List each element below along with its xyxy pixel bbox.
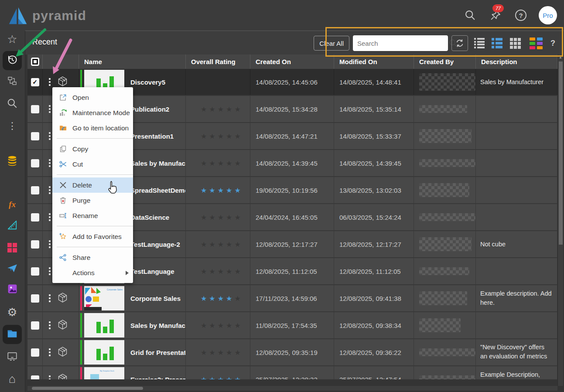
row-menu-icon[interactable] bbox=[49, 132, 51, 140]
header-description[interactable]: Description bbox=[476, 55, 557, 69]
rating-cell[interactable] bbox=[186, 69, 250, 95]
vertical-scrollbar-thumb[interactable] bbox=[559, 61, 563, 245]
row-checkbox[interactable] bbox=[27, 312, 43, 338]
rating-cell[interactable]: ★★★★★ bbox=[186, 285, 250, 311]
sidebar-item-image[interactable] bbox=[3, 280, 22, 299]
vertical-scrollbar[interactable]: ▲ bbox=[557, 55, 563, 386]
row-checkbox[interactable] bbox=[27, 123, 43, 149]
row-checkbox[interactable] bbox=[27, 285, 43, 311]
menu-item-open[interactable]: Open bbox=[52, 90, 133, 105]
menu-item-go-to-item-location[interactable]: Go to item location bbox=[52, 120, 133, 136]
row-checkbox[interactable] bbox=[27, 339, 43, 365]
row-menu-icon[interactable] bbox=[49, 159, 51, 167]
row-menu-icon[interactable] bbox=[49, 375, 51, 379]
row-menu-icon[interactable] bbox=[49, 213, 51, 221]
rating-cell[interactable]: ★★★★★ bbox=[186, 339, 250, 365]
sidebar-item-search[interactable] bbox=[3, 95, 22, 114]
sidebar-item-kebab[interactable]: ⋮ bbox=[3, 116, 22, 136]
view-details-icon[interactable] bbox=[492, 38, 503, 48]
sidebar-item-database[interactable] bbox=[3, 152, 22, 171]
menu-item-purge[interactable]: Purge bbox=[52, 193, 133, 208]
header-modified-on[interactable]: Modified On bbox=[334, 55, 414, 69]
row-menu-icon[interactable] bbox=[49, 294, 51, 302]
header-overall-rating[interactable]: Overall Rating bbox=[186, 55, 250, 69]
header-created-by[interactable]: Created By bbox=[414, 55, 476, 69]
sidebar-item-history[interactable] bbox=[3, 51, 22, 70]
menu-item-actions[interactable]: Actions bbox=[52, 265, 133, 280]
rating-cell[interactable]: ★★★★★ bbox=[186, 96, 250, 122]
row-checkbox[interactable] bbox=[27, 150, 43, 176]
menu-item-delete[interactable]: Delete bbox=[52, 177, 133, 193]
table-row[interactable]: My Template Deck Exercise2: Present Pro … bbox=[27, 366, 557, 379]
name-cell[interactable]: Sales by Manufacturer bbox=[79, 312, 186, 338]
rating-cell[interactable]: ★★★★★ bbox=[186, 258, 250, 284]
horizontal-scrollbar-thumb[interactable] bbox=[32, 387, 143, 390]
name-cell[interactable]: Grid for Presentation bbox=[79, 339, 186, 365]
row-menu-icon[interactable] bbox=[49, 78, 51, 86]
rating-cell[interactable]: ★★★★★ bbox=[186, 231, 250, 257]
toolbar-help-icon[interactable]: ? bbox=[550, 39, 555, 48]
name-cell[interactable]: My Template Deck Exercise2: Present Pro bbox=[79, 366, 186, 379]
view-grid-icon[interactable] bbox=[510, 38, 521, 49]
clear-all-button[interactable]: Clear All bbox=[314, 36, 349, 51]
table-row[interactable]: Corporate Sales Corporate Sales ★★★★★ 17… bbox=[27, 285, 557, 312]
row-checkbox[interactable] bbox=[27, 258, 43, 284]
table-row[interactable]: Sales by Manufacturer ★★★★★ 11/08/2025, … bbox=[27, 312, 557, 339]
menu-item-share[interactable]: Share bbox=[52, 250, 133, 265]
select-all-checkbox[interactable] bbox=[27, 55, 43, 69]
name-cell[interactable]: Corporate Sales Corporate Sales bbox=[79, 285, 186, 311]
menu-item-add-to-favorites[interactable]: Add to Favorites bbox=[52, 229, 133, 244]
row-checkbox[interactable]: ✓ bbox=[27, 69, 43, 95]
sidebar-item-star[interactable]: ☆ bbox=[3, 30, 22, 49]
sidebar-item-content-folder[interactable] bbox=[3, 325, 22, 344]
rating-cell[interactable]: ★★★★★ bbox=[186, 366, 250, 379]
menu-item-copy[interactable]: Copy bbox=[52, 141, 133, 157]
header-created-on[interactable]: Created On bbox=[250, 55, 334, 69]
row-checkbox[interactable] bbox=[27, 96, 43, 122]
row-menu-icon[interactable] bbox=[49, 240, 51, 248]
refresh-icon[interactable] bbox=[451, 35, 468, 51]
rating-cell[interactable]: ★★★★★ bbox=[186, 123, 250, 149]
view-tiles-icon[interactable] bbox=[530, 37, 543, 49]
sidebar-item-ruler[interactable] bbox=[3, 216, 22, 235]
row-checkbox[interactable] bbox=[27, 366, 43, 379]
sidebar-item-publish-plane[interactable] bbox=[3, 259, 22, 279]
row-menu-icon[interactable] bbox=[49, 186, 51, 194]
sidebar-item-formulate-fx[interactable]: fx bbox=[3, 195, 22, 214]
rating-cell[interactable]: ★★★★★ bbox=[186, 150, 250, 176]
menu-item-rename[interactable]: Rename bbox=[52, 208, 133, 223]
row-menu-icon[interactable] bbox=[49, 321, 51, 329]
table-row[interactable]: Grid for Presentation ★★★★★ 12/08/2025, … bbox=[27, 339, 557, 366]
sidebar-item-tiles[interactable] bbox=[3, 238, 22, 257]
sidebar-item-home[interactable]: ⌂ bbox=[3, 369, 22, 389]
row-menu-icon[interactable] bbox=[49, 105, 51, 113]
row-checkbox[interactable] bbox=[27, 204, 43, 230]
menu-item-cut[interactable]: Cut bbox=[52, 157, 133, 172]
view-list-icon[interactable] bbox=[474, 38, 485, 48]
header-name[interactable]: Name bbox=[79, 55, 186, 69]
menu-item-label: Purge bbox=[72, 197, 90, 205]
modified-on-cell: 12/08/2025, 09:36:22 bbox=[334, 339, 414, 365]
rating-cell[interactable]: ★★★★★ bbox=[186, 312, 250, 338]
type-stripe bbox=[80, 340, 82, 365]
rating-cell[interactable]: ★★★★★ bbox=[186, 177, 250, 203]
avatar[interactable]: Pro bbox=[539, 6, 557, 24]
sidebar-item-settings-gear[interactable]: ⚙ bbox=[3, 303, 22, 322]
copy-icon bbox=[58, 145, 67, 153]
horizontal-scrollbar[interactable] bbox=[27, 386, 557, 391]
global-search-icon[interactable] bbox=[463, 8, 478, 23]
rating-cell[interactable]: ★★★★★ bbox=[186, 204, 250, 230]
sidebar-item-bar-chart[interactable] bbox=[3, 174, 22, 193]
sidebar-item-display[interactable] bbox=[3, 348, 22, 367]
row-checkbox[interactable] bbox=[27, 177, 43, 203]
row-menu-icon[interactable] bbox=[49, 267, 51, 275]
row-menu-icon[interactable] bbox=[49, 348, 51, 356]
menu-item-maintenance-mode[interactable]: Maintenance Mode bbox=[52, 105, 133, 120]
sidebar-item-tree[interactable] bbox=[3, 72, 22, 92]
help-icon[interactable]: ? bbox=[513, 8, 528, 23]
created-on-cell: 17/11/2023, 14:59:06 bbox=[250, 285, 334, 311]
row-checkbox[interactable] bbox=[27, 231, 43, 257]
search-input[interactable] bbox=[353, 35, 448, 51]
notifications-pin-icon[interactable]: 77 bbox=[488, 8, 503, 23]
item-name: Publication2 bbox=[130, 106, 169, 113]
